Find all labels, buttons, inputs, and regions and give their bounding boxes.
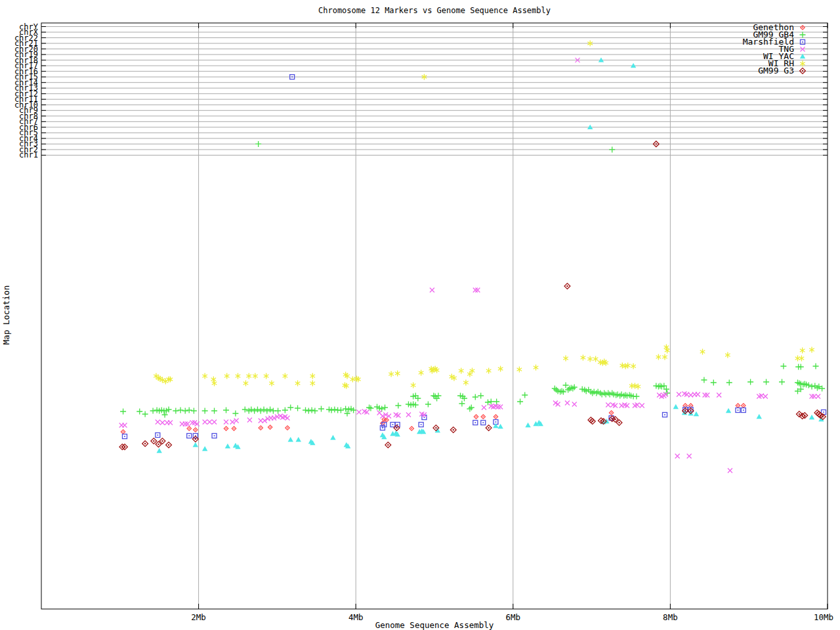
marker-star xyxy=(498,366,503,372)
marker-star xyxy=(662,354,667,360)
x-axis-label: Genome Sequence Assembly xyxy=(375,620,494,630)
marker-triangle xyxy=(673,404,679,409)
marker-square-dot xyxy=(423,417,425,418)
marker-square-dot xyxy=(291,76,293,77)
marker-square-dot xyxy=(124,436,125,437)
marker-star xyxy=(799,356,805,362)
marker-diamond-dot xyxy=(618,422,620,423)
marker-star xyxy=(587,356,593,362)
marker-plus xyxy=(232,411,238,417)
marker-x xyxy=(705,393,709,398)
marker-diamond-dot xyxy=(124,446,125,448)
y-axis-label: Map Location xyxy=(1,285,11,345)
marker-star xyxy=(459,368,464,374)
marker-diamond-dot xyxy=(270,427,271,428)
marker-x xyxy=(816,394,820,399)
marker-plus xyxy=(343,406,348,412)
marker-plus xyxy=(395,403,401,409)
marker-plus xyxy=(312,408,318,414)
marker-star xyxy=(517,367,522,373)
marker-x xyxy=(207,420,212,425)
marker-triangle xyxy=(497,424,503,429)
marker-plus xyxy=(494,399,499,405)
marker-diamond-dot xyxy=(144,443,146,444)
marker-square-dot xyxy=(474,422,476,423)
marker-plus xyxy=(435,393,441,399)
marker-plus xyxy=(261,407,267,413)
marker-triangle xyxy=(157,448,162,453)
marker-plus xyxy=(295,406,301,411)
marker-triangle xyxy=(288,437,293,442)
marker-plus xyxy=(309,408,315,413)
marker-square-dot xyxy=(802,41,803,43)
marker-plus xyxy=(202,408,208,414)
marker-plus xyxy=(726,380,732,386)
marker-x xyxy=(224,420,228,425)
marker-plus xyxy=(191,408,197,414)
marker-plus xyxy=(747,379,753,385)
marker-plus xyxy=(255,407,261,413)
marker-plus xyxy=(517,399,523,405)
marker-star xyxy=(253,373,258,379)
marker-x xyxy=(687,454,692,459)
marker-diamond-dot xyxy=(656,143,657,144)
marker-x xyxy=(473,288,478,293)
marker-square-dot xyxy=(495,421,496,423)
marker-plus xyxy=(255,141,261,147)
marker-plus xyxy=(779,379,785,385)
marker-diamond-dot xyxy=(602,421,604,422)
marker-x xyxy=(640,404,644,408)
marker-x xyxy=(247,418,252,423)
marker-square-dot xyxy=(743,410,744,411)
marker-star xyxy=(463,380,469,386)
marker-plus xyxy=(303,408,308,413)
marker-star xyxy=(486,368,492,374)
axis-tick-labels: chrYchrXchr22chr21chr20chr19chr18chr17ch… xyxy=(14,22,833,623)
marker-diamond-dot xyxy=(799,413,800,415)
marker-diamond-dot xyxy=(195,429,196,430)
marker-star xyxy=(264,373,269,379)
marker-star xyxy=(470,368,475,374)
marker-square-dot xyxy=(482,422,484,423)
marker-triangle xyxy=(330,435,335,440)
marker-x xyxy=(696,392,700,397)
marker-star xyxy=(224,373,230,379)
marker-x xyxy=(482,406,486,410)
marker-plus xyxy=(469,405,474,411)
marker-x xyxy=(498,405,503,410)
marker-x xyxy=(168,421,173,425)
marker-star xyxy=(202,373,207,379)
marker-square-dot xyxy=(392,424,394,425)
marker-x xyxy=(234,419,239,423)
marker-x xyxy=(810,394,814,399)
marker-plus xyxy=(570,386,576,392)
marker-x xyxy=(475,288,480,293)
marker-star xyxy=(581,355,586,361)
marker-plus xyxy=(242,407,248,413)
marker-plus xyxy=(251,408,257,414)
series-wi-rh xyxy=(154,41,814,390)
data-points xyxy=(119,41,826,473)
marker-diamond-dot xyxy=(411,428,412,429)
marker-x xyxy=(717,393,721,398)
marker-diamond-dot xyxy=(234,428,235,429)
marker-diamond-dot xyxy=(387,444,388,446)
legend-label: GM99 G3 xyxy=(758,66,794,75)
marker-diamond-dot xyxy=(743,405,744,406)
marker-diamond-dot xyxy=(802,70,803,72)
marker-diamond-dot xyxy=(260,427,261,429)
marker-square-dot xyxy=(690,409,692,410)
marker-square-dot xyxy=(157,434,158,436)
marker-triangle xyxy=(202,446,207,451)
marker-star xyxy=(310,373,316,379)
marker-triangle xyxy=(193,442,198,447)
marker-star xyxy=(212,381,217,387)
marker-plus xyxy=(142,411,148,417)
gridlines xyxy=(41,23,828,609)
marker-plus xyxy=(802,381,808,387)
marker-diamond-dot xyxy=(684,405,686,406)
x-tick-label: 8Mb xyxy=(663,612,678,622)
marker-x xyxy=(183,422,188,427)
marker-square-dot xyxy=(382,427,383,429)
marker-plus xyxy=(287,405,293,411)
